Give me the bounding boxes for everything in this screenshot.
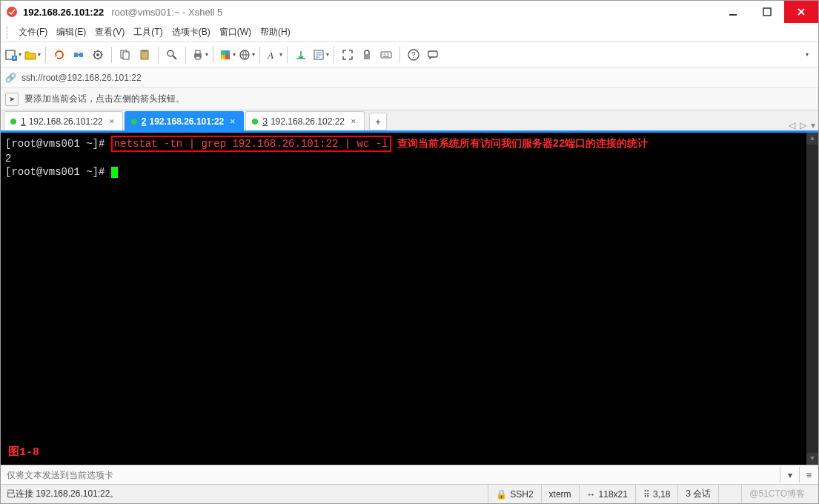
color-scheme-button[interactable]: ▾ xyxy=(218,46,236,64)
toolbar: ▾ ▾ ▾ ▾ ▾ A▾ ▾ ? ▾ xyxy=(1,42,818,67)
menubar: 文件(F) 编辑(E) 查看(V) 工具(T) 选项卡(B) 窗口(W) 帮助(… xyxy=(1,23,818,42)
tab-scroll-right-icon[interactable]: ▷ xyxy=(800,120,806,130)
terminal-cursor xyxy=(111,167,118,178)
title-sub: root@vms001:~ - Xshell 5 xyxy=(111,7,222,18)
figure-label: 图1-8 xyxy=(8,445,39,459)
svg-rect-24 xyxy=(364,54,370,59)
tab-close-icon[interactable]: ✕ xyxy=(230,118,236,125)
watermark: @51CTO博客 xyxy=(741,485,812,503)
find-button[interactable] xyxy=(163,46,181,64)
menu-view[interactable]: 查看(V) xyxy=(90,24,129,40)
svg-rect-25 xyxy=(381,52,391,58)
tab-label: 192.168.26.101:22 xyxy=(29,116,103,127)
terminal-scrollbar[interactable]: ▲ ▼ xyxy=(806,133,818,465)
scroll-down-icon[interactable]: ▼ xyxy=(806,453,818,465)
open-button[interactable]: ▾ xyxy=(23,46,41,64)
grip-icon xyxy=(7,26,11,39)
svg-text:A: A xyxy=(267,50,273,61)
minimize-button[interactable] xyxy=(716,1,750,23)
shell-prompt: [root@vms001 ~]# xyxy=(5,138,111,150)
status-dot-icon xyxy=(10,119,16,125)
svg-rect-12 xyxy=(142,50,147,52)
copy-button[interactable] xyxy=(116,46,134,64)
title-host: 192.168.26.101:22 xyxy=(23,7,104,18)
svg-point-0 xyxy=(7,7,17,17)
svg-rect-18 xyxy=(225,50,230,55)
font-button[interactable]: A▾ xyxy=(265,46,282,64)
svg-rect-19 xyxy=(221,55,225,59)
address-url[interactable]: ssh://root@192.168.26.101:22 xyxy=(21,73,142,83)
encoding-button[interactable]: ▾ xyxy=(237,46,255,64)
close-button[interactable] xyxy=(784,1,818,23)
script-button[interactable]: ▾ xyxy=(311,46,329,64)
tab-label: 192.168.26.101:22 xyxy=(149,116,224,127)
svg-rect-17 xyxy=(221,50,225,55)
reconnect-button[interactable] xyxy=(50,46,68,64)
menu-tools[interactable]: 工具(T) xyxy=(129,24,167,40)
svg-rect-5 xyxy=(74,53,78,57)
tab-close-icon[interactable]: ✕ xyxy=(351,118,357,125)
lock-icon: 🔒 xyxy=(496,489,507,500)
new-tab-button[interactable]: ＋ xyxy=(369,113,387,130)
tab-bar: 1 192.168.26.101:22 ✕ 2 192.168.26.101:2… xyxy=(1,110,818,133)
xftp-button[interactable] xyxy=(292,46,310,64)
tab-index: 3 xyxy=(262,116,268,127)
lock-button[interactable] xyxy=(358,46,376,64)
help-button[interactable]: ? xyxy=(405,46,422,64)
compose-target-button[interactable]: ▾ xyxy=(780,467,799,483)
menu-edit[interactable]: 编辑(E) xyxy=(52,24,90,40)
status-dot-icon xyxy=(252,119,258,125)
menu-file[interactable]: 文件(F) xyxy=(14,24,52,40)
command-annotation: 查询当前系统所有访问我们服务器22端口的连接的统计 xyxy=(397,138,649,150)
tab-menu-icon[interactable]: ▾ xyxy=(811,120,815,130)
add-session-arrow-button[interactable]: ➤ xyxy=(5,93,19,106)
tab-index: 1 xyxy=(21,116,26,127)
scroll-up-icon[interactable]: ▲ xyxy=(806,133,818,145)
svg-rect-28 xyxy=(428,51,437,57)
position-icon: ⠿ xyxy=(643,489,650,500)
maximize-button[interactable] xyxy=(750,1,784,23)
status-cursor-pos: ⠿3,18 xyxy=(635,485,677,503)
tab-close-icon[interactable]: ✕ xyxy=(109,118,115,125)
session-tab-2[interactable]: 2 192.168.26.101:22 ✕ xyxy=(125,111,244,130)
session-tab-1[interactable]: 1 192.168.26.101:22 ✕ xyxy=(4,111,123,130)
address-bar: 🔗 ssh://root@192.168.26.101:22 xyxy=(1,67,818,88)
menu-window[interactable]: 窗口(W) xyxy=(215,24,256,40)
feedback-button[interactable] xyxy=(424,46,442,64)
svg-text:?: ? xyxy=(411,51,416,59)
tab-index: 2 xyxy=(142,116,147,127)
disconnect-button[interactable] xyxy=(70,46,87,64)
new-session-button[interactable]: ▾ xyxy=(4,46,21,64)
app-window: 192.168.26.101:22 root@vms001:~ - Xshell… xyxy=(0,0,819,504)
session-link-icon: 🔗 xyxy=(5,73,17,83)
size-icon: ↔ xyxy=(587,489,596,500)
svg-rect-15 xyxy=(196,50,200,54)
svg-rect-6 xyxy=(79,53,83,57)
status-caps xyxy=(718,485,741,503)
shell-prompt: [root@vms001 ~]# xyxy=(5,166,111,178)
session-tab-3[interactable]: 3 192.168.26.102:22 ✕ xyxy=(245,111,365,130)
compose-input[interactable] xyxy=(1,465,780,484)
keyboard-button[interactable] xyxy=(377,46,395,64)
svg-point-13 xyxy=(168,50,173,56)
tab-scroll-left-icon[interactable]: ◁ xyxy=(789,120,795,130)
compose-menu-button[interactable]: ≡ xyxy=(799,467,818,483)
fullscreen-button[interactable] xyxy=(339,46,357,64)
menu-help[interactable]: 帮助(H) xyxy=(256,24,295,40)
svg-rect-2 xyxy=(763,8,771,16)
status-size: ↔118x21 xyxy=(579,485,635,503)
print-button[interactable]: ▾ xyxy=(190,46,208,64)
terminal-view[interactable]: [root@vms001 ~]# netstat -tn | grep 192.… xyxy=(1,133,818,465)
menu-tabs[interactable]: 选项卡(B) xyxy=(168,24,215,40)
status-sessions: 3 会话 xyxy=(677,485,718,503)
status-protocol: 🔒SSH2 xyxy=(488,485,540,503)
status-dot-icon xyxy=(131,119,137,125)
toolbar-overflow-button[interactable]: ▾ xyxy=(798,46,815,64)
status-connection: 已连接 192.168.26.101:22。 xyxy=(7,488,119,500)
info-bar-text: 要添加当前会话，点击左侧的箭头按钮。 xyxy=(24,93,185,105)
svg-rect-20 xyxy=(225,55,230,59)
paste-button[interactable] xyxy=(136,46,153,64)
info-bar: ➤ 要添加当前会话，点击左侧的箭头按钮。 xyxy=(1,88,818,110)
properties-button[interactable] xyxy=(89,46,107,64)
app-icon xyxy=(5,5,19,19)
